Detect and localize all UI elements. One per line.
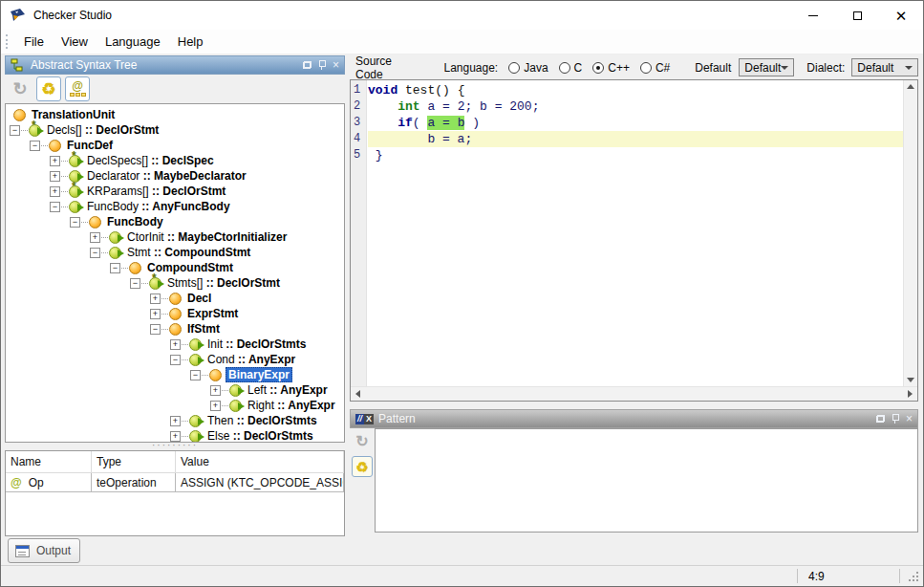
expand-icon[interactable]: +	[50, 186, 60, 197]
tree-node-label[interactable]: KRParams[] :: DeclOrStmt	[85, 185, 227, 198]
tree-node-funcbody[interactable]: −FuncBody :: AnyFuncBody	[6, 199, 344, 214]
tree-node-label[interactable]: ExprStmt	[185, 307, 240, 320]
collapse-icon[interactable]: −	[110, 263, 120, 273]
menubar-grip-handle[interactable]	[6, 34, 8, 49]
tree-node-translationunit[interactable]: TranslationUnit	[6, 107, 344, 122]
language-radio-c#[interactable]: C#	[640, 61, 670, 75]
pattern-refresh-button[interactable]: ↻	[352, 431, 373, 452]
column-header-type[interactable]: Type	[92, 451, 176, 473]
tree-node-decls[interactable]: −Decls[] :: DeclOrStmt	[6, 122, 344, 138]
ast-close-icon[interactable]: ×	[333, 59, 339, 71]
menu-item-help[interactable]: Help	[169, 31, 212, 53]
tree-node-label[interactable]: BinaryExpr	[226, 367, 292, 382]
maximize-button[interactable]	[835, 1, 879, 30]
tree-node-decl[interactable]: +Decl	[6, 291, 344, 306]
tree-node-stmt[interactable]: −Stmt :: CompoundStmt	[6, 245, 344, 260]
collapse-icon[interactable]: −	[10, 125, 20, 136]
expand-icon[interactable]: +	[210, 385, 221, 396]
tree-node-binaryexpr[interactable]: −BinaryExpr	[6, 367, 344, 382]
expand-icon[interactable]: +	[150, 309, 161, 319]
ast-float-icon[interactable]	[303, 61, 312, 69]
pattern-float-icon[interactable]	[876, 415, 885, 423]
tree-node-compoundstmt[interactable]: −CompoundStmt	[6, 260, 344, 275]
tree-node-then[interactable]: +Then :: DeclOrStmts	[6, 413, 344, 428]
collapse-icon[interactable]: −	[170, 355, 181, 365]
close-button[interactable]: ✕	[879, 1, 923, 30]
tree-node-label[interactable]: FuncBody	[105, 215, 165, 228]
expand-icon[interactable]: +	[150, 294, 161, 304]
resize-grip[interactable]	[909, 572, 920, 583]
collapse-icon[interactable]: −	[130, 278, 140, 289]
expand-icon[interactable]: +	[50, 156, 60, 166]
pattern-close-icon[interactable]: ×	[906, 413, 913, 424]
tree-node-exprstmt[interactable]: +ExprStmt	[6, 306, 344, 321]
tree-node-label[interactable]: Init :: DeclOrStmts	[205, 337, 308, 351]
collapse-icon[interactable]: −	[50, 202, 60, 212]
tree-node-declspecs[interactable]: +DeclSpecs[] :: DeclSpec	[6, 153, 344, 168]
tree-node-ifstmt[interactable]: −IfStmt	[6, 321, 344, 337]
tree-node-label[interactable]: Else :: DeclOrStmts	[205, 429, 315, 443]
tree-node-funcbody[interactable]: −FuncBody	[6, 214, 344, 229]
tree-node-funcdef[interactable]: −FuncDef	[6, 138, 344, 153]
pattern-recheck-button[interactable]: ♻	[352, 456, 373, 477]
language-radio-c++[interactable]: C++	[592, 61, 630, 75]
tree-node-left[interactable]: +Left :: AnyExpr	[6, 382, 344, 398]
tree-node-init[interactable]: +Init :: DeclOrStmts	[6, 337, 344, 352]
collapse-icon[interactable]: −	[190, 370, 201, 380]
tree-node-label[interactable]: Decls[] :: DeclOrStmt	[45, 123, 161, 137]
scroll-down-icon[interactable]	[907, 378, 914, 382]
expand-icon[interactable]: +	[90, 232, 100, 243]
tree-node-right[interactable]: +Right :: AnyExpr	[6, 398, 344, 413]
tree-node-label[interactable]: TranslationUnit	[30, 108, 117, 121]
default-dropdown[interactable]: Default	[739, 58, 794, 76]
tree-node-label[interactable]: Then :: DeclOrStmts	[205, 414, 319, 427]
tree-node-label[interactable]: Right :: AnyExpr	[246, 399, 337, 412]
tree-node-stmts[interactable]: −Stmts[] :: DeclOrStmt	[6, 275, 344, 291]
pattern-pin-icon[interactable]	[892, 414, 899, 424]
ast-pin-icon[interactable]	[318, 60, 326, 70]
scroll-right-icon[interactable]	[908, 390, 913, 398]
tree-node-label[interactable]: CompoundStmt	[145, 261, 235, 274]
tree-node-label[interactable]: CtorInit :: MaybeCtorInitializer	[125, 230, 289, 244]
language-radio-java[interactable]: Java	[508, 61, 548, 75]
minimize-button[interactable]	[791, 1, 835, 30]
editor-vertical-scrollbar[interactable]	[903, 80, 917, 386]
column-header-value[interactable]: Value	[176, 451, 344, 473]
tree-node-ctorinit[interactable]: +CtorInit :: MaybeCtorInitializer	[6, 229, 344, 245]
column-header-name[interactable]: Name	[6, 451, 92, 473]
menu-item-file[interactable]: File	[15, 31, 53, 53]
tree-node-label[interactable]: Left :: AnyExpr	[246, 383, 330, 397]
tree-node-label[interactable]: Stmt :: CompoundStmt	[125, 246, 252, 259]
collapse-icon[interactable]: −	[90, 248, 100, 258]
expand-icon[interactable]: +	[210, 401, 221, 411]
code-editor[interactable]: 12345 void test() { int a = 2; b = 200; …	[350, 79, 918, 402]
attributes-button[interactable]: @	[65, 76, 90, 101]
expand-icon[interactable]: +	[170, 339, 181, 350]
collapse-icon[interactable]: −	[30, 141, 40, 151]
scroll-up-icon[interactable]	[907, 84, 914, 89]
collapse-icon[interactable]: −	[70, 217, 80, 228]
tree-node-label[interactable]: Cond :: AnyExpr	[205, 353, 297, 366]
collapse-icon[interactable]: −	[150, 324, 161, 335]
scroll-left-icon[interactable]	[355, 390, 360, 398]
tree-node-label[interactable]: FuncBody :: AnyFuncBody	[85, 200, 232, 213]
dialect-dropdown[interactable]: Default	[851, 58, 918, 76]
pattern-editor[interactable]	[375, 428, 918, 533]
tree-node-declarator[interactable]: +Declarator :: MaybeDeclarator	[6, 168, 344, 184]
expand-icon[interactable]: +	[170, 416, 181, 426]
ast-tree-view[interactable]: TranslationUnit−Decls[] :: DeclOrStmt−Fu…	[5, 103, 345, 443]
tree-node-krparams[interactable]: +KRParams[] :: DeclOrStmt	[6, 184, 344, 199]
language-radio-c[interactable]: C	[559, 61, 583, 75]
menu-item-view[interactable]: View	[53, 31, 97, 53]
attribute-row[interactable]: @OpteOperationASSIGN (KTC_OPCODE_ASSIGN)	[6, 473, 344, 492]
expand-icon[interactable]: +	[50, 171, 60, 182]
tree-node-label[interactable]: Stmts[] :: DeclOrStmt	[165, 276, 282, 290]
tree-node-label[interactable]: Decl	[185, 292, 213, 305]
output-tab-button[interactable]: Output	[8, 538, 80, 563]
tree-node-label[interactable]: IfStmt	[185, 322, 222, 336]
editor-horizontal-scrollbar[interactable]	[351, 386, 917, 401]
tree-node-label[interactable]: Declarator :: MaybeDeclarator	[85, 169, 248, 183]
tree-node-cond[interactable]: −Cond :: AnyExpr	[6, 352, 344, 367]
tree-properties-splitter[interactable]	[5, 443, 345, 450]
menu-item-language[interactable]: Language	[97, 31, 169, 53]
